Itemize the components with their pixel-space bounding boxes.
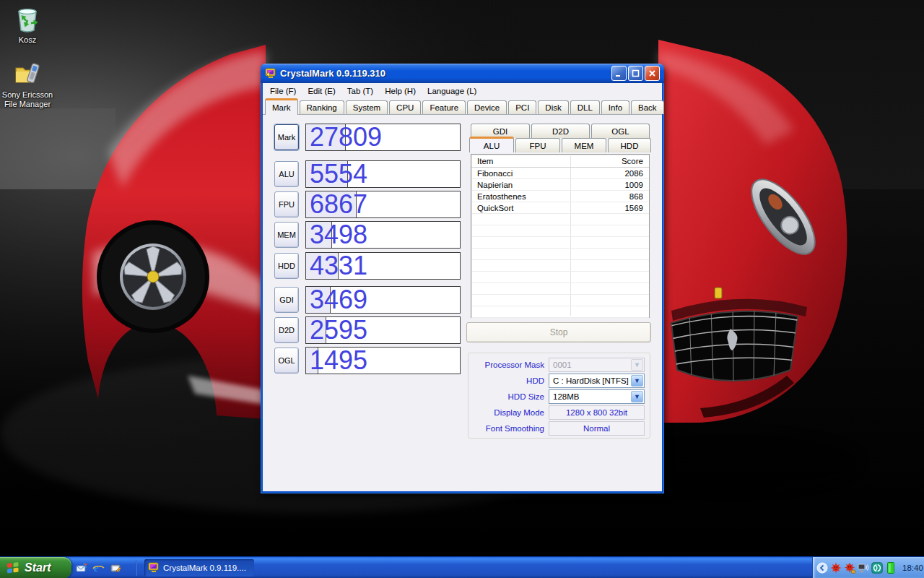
tab-disk[interactable]: Disk — [538, 100, 568, 114]
title-bar[interactable]: CrystalMark 0.9.119.310 — [261, 64, 664, 83]
chevron-down-icon: ▼ — [631, 359, 643, 371]
settings-panel: Processor Mask 0001 ▼ HDD C : HardDisk [… — [468, 353, 650, 439]
hdd-button[interactable]: HDD — [274, 253, 299, 279]
show-desktop-icon[interactable] — [110, 562, 122, 574]
font-smoothing-label: Font Smoothing — [473, 421, 544, 436]
alu-score-value: 5554 — [306, 161, 460, 187]
taskbar-button-label: CrystalMark 0.9.119.... — [163, 564, 246, 572]
fpu-score-display: 6867 — [305, 191, 461, 218]
result-table: Item Score Fibonacci 2086 Napierian 1009… — [471, 154, 650, 318]
tab-device[interactable]: Device — [467, 100, 507, 114]
internet-explorer-icon[interactable]: e — [92, 562, 105, 574]
tab-ranking[interactable]: Ranking — [300, 100, 344, 114]
table-row-empty — [471, 295, 649, 306]
header-item[interactable]: Item — [471, 157, 574, 165]
start-button[interactable]: Start — [0, 557, 71, 578]
gdi-button[interactable]: GDI — [274, 287, 299, 313]
alu-button[interactable]: ALU — [274, 161, 299, 187]
result-tab-gdi[interactable]: GDI — [471, 124, 530, 138]
outlook-express-icon[interactable] — [75, 562, 87, 574]
display-mode-label: Display Mode — [473, 405, 544, 420]
menu-tab[interactable]: Tab (T) — [341, 85, 379, 97]
desktop-icon-recycle-bin[interactable]: Kosz — [1, 4, 53, 45]
menu-help[interactable]: Help (H) — [379, 85, 422, 97]
close-button[interactable] — [645, 66, 660, 81]
collapse-chevron-icon[interactable] — [816, 562, 828, 574]
antivirus-icon[interactable] — [830, 562, 842, 574]
row-item: Fibonacci — [471, 169, 574, 178]
table-row-empty — [471, 225, 649, 237]
desktop: Kosz Sony Ericsson File Manager — [0, 0, 924, 578]
result-tab-mem[interactable]: MEM — [562, 138, 606, 152]
table-row: Fibonacci 2086 — [471, 168, 649, 179]
tab-info[interactable]: Info — [601, 100, 629, 114]
row-item: Napierian — [471, 181, 574, 189]
display-mode-value: 924 x 578 32bit — [549, 405, 645, 420]
result-table-header[interactable]: Item Score — [471, 155, 649, 168]
row-score: 1569 — [574, 204, 649, 212]
tab-back[interactable]: Back — [631, 100, 664, 114]
minimize-button[interactable] — [611, 66, 627, 81]
d2d-button[interactable]: D2D — [274, 317, 299, 343]
chevron-down-icon[interactable]: ▼ — [631, 391, 643, 402]
hdd-size-label: HDD Size — [473, 389, 544, 404]
header-score[interactable]: Score — [574, 157, 649, 165]
maximize-button[interactable] — [628, 66, 643, 81]
tab-pci[interactable]: PCI — [508, 100, 536, 114]
network-monitor-icon[interactable] — [858, 562, 869, 574]
start-label: Start — [25, 561, 51, 574]
menu-file[interactable]: File (F) — [264, 85, 302, 97]
table-row-empty — [471, 214, 649, 225]
stop-button[interactable]: Stop — [466, 322, 651, 342]
taskbar-button-crystalmark[interactable]: CrystalMark 0.9.119.... — [144, 559, 254, 577]
row-item: QuickSort — [471, 204, 574, 212]
processor-mask-combo: 0001 ▼ — [549, 358, 645, 372]
result-tab-alu[interactable]: ALU — [469, 137, 514, 152]
antivirus-alt-icon[interactable] — [844, 562, 855, 574]
taskbar-divider — [136, 560, 137, 576]
result-tab-ogl[interactable]: OGL — [591, 124, 650, 138]
window-title: CrystalMark 0.9.119.310 — [280, 68, 610, 79]
chevron-down-icon[interactable]: ▼ — [631, 375, 643, 387]
gdi-score-display: 3469 — [305, 286, 461, 314]
alu-score-display: 5554 — [305, 160, 461, 188]
result-tab-d2d[interactable]: D2D — [531, 124, 590, 138]
hdd-combo[interactable]: C : HardDisk [NTFS] ▼ — [549, 374, 645, 388]
tab-feature[interactable]: Feature — [422, 100, 466, 114]
battery-icon[interactable] — [885, 562, 897, 574]
result-tab-hdd[interactable]: HDD — [608, 138, 651, 152]
mem-score-display: 3498 — [305, 221, 461, 249]
mem-button[interactable]: MEM — [274, 222, 299, 248]
hdd-score-value: 4331 — [306, 253, 460, 279]
menu-edit[interactable]: Edit (E) — [302, 85, 341, 97]
hdd-label: HDD — [473, 374, 544, 388]
hdd-size-combo[interactable]: 128MB ▼ — [549, 389, 645, 404]
hdd-score-display: 4331 — [305, 252, 461, 280]
media-app-icon[interactable] — [871, 562, 883, 574]
mark-button[interactable]: Mark — [274, 124, 299, 150]
hdd-size-value: 128MB — [553, 392, 579, 401]
tab-mark[interactable]: Mark — [265, 98, 298, 115]
gdi-score-value: 3469 — [306, 287, 460, 313]
processor-mask-label: Processor Mask — [473, 358, 544, 372]
windows-flag-icon — [6, 561, 20, 575]
tab-cpu[interactable]: CPU — [389, 100, 421, 114]
row-score: 2086 — [574, 169, 649, 178]
hdd-value: C : HardDisk [NTFS] — [553, 376, 629, 385]
crystalmark-app-icon — [265, 68, 276, 79]
desktop-icon-sony-ericsson[interactable]: Sony Ericsson File Manager — [1, 59, 53, 109]
font-smoothing-value: Normal — [549, 421, 645, 436]
taskbar-clock[interactable]: 18:40 — [902, 564, 923, 572]
table-row: Napierian 1009 — [471, 179, 649, 191]
tab-system[interactable]: System — [346, 100, 388, 114]
processor-mask-value: 0001 — [553, 361, 572, 369]
menu-language[interactable]: Language (L) — [422, 85, 482, 97]
result-tab-fpu[interactable]: FPU — [515, 138, 560, 152]
tab-dll[interactable]: DLL — [570, 100, 600, 114]
mark-score-display: 27809 — [305, 124, 461, 151]
table-row-empty — [471, 306, 649, 318]
ogl-button[interactable]: OGL — [274, 348, 299, 374]
fpu-button[interactable]: FPU — [274, 191, 299, 217]
mem-score-value: 3498 — [306, 222, 460, 248]
phone-folder-icon — [13, 59, 42, 88]
